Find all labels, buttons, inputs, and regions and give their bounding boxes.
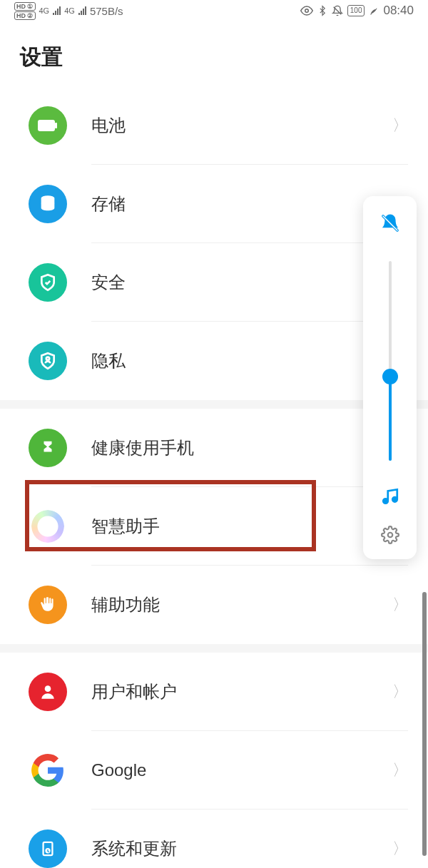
gear-icon	[381, 526, 399, 544]
item-label: 存储	[91, 193, 392, 215]
status-right: 100 08:40	[300, 4, 414, 18]
settings-item-google[interactable]: Google 〉	[0, 731, 428, 810]
notification-off-icon	[332, 5, 343, 16]
battery-indicator: 100	[347, 5, 365, 16]
item-label: 隐私	[91, 349, 392, 372]
bluetooth-icon	[317, 5, 327, 16]
volume-panel	[363, 196, 417, 559]
item-label: 健康使用手机	[91, 436, 392, 459]
clock-time: 08:40	[383, 4, 414, 18]
storage-icon	[29, 185, 67, 223]
volume-settings-button[interactable]	[377, 522, 403, 548]
chevron-right-icon: 〉	[392, 594, 408, 616]
svg-point-7	[383, 499, 388, 504]
volume-thumb[interactable]	[382, 369, 398, 384]
item-label: 智慧助手	[91, 515, 392, 538]
status-left: HD ① HD ② 4G 4G 575B/s	[14, 2, 123, 20]
leaf-icon	[369, 6, 379, 16]
user-icon	[29, 673, 67, 711]
system-update-icon	[29, 829, 67, 868]
network-label-1: 4G	[39, 6, 50, 15]
battery-icon	[29, 106, 67, 145]
assistant-icon	[29, 507, 67, 546]
svg-point-0	[305, 9, 309, 13]
svg-rect-1	[38, 120, 55, 131]
eye-icon	[300, 4, 313, 17]
music-note-icon	[381, 487, 399, 506]
item-label: 电池	[91, 114, 392, 137]
network-label-2: 4G	[64, 6, 75, 15]
chevron-right-icon: 〉	[392, 115, 408, 136]
volume-slider[interactable]	[389, 261, 392, 461]
hd-badge-2: HD ②	[14, 11, 36, 20]
chevron-right-icon: 〉	[392, 760, 408, 781]
music-button[interactable]	[377, 484, 403, 509]
item-label: 用户和帐户	[91, 680, 392, 703]
svg-point-5	[45, 685, 51, 692]
hand-icon	[29, 586, 67, 624]
hourglass-icon	[29, 429, 67, 467]
page-title: 设置	[0, 21, 428, 86]
item-label: 安全	[91, 271, 392, 294]
volume-fill	[389, 377, 392, 461]
settings-item-users[interactable]: 用户和帐户 〉	[0, 653, 428, 731]
bell-off-icon	[379, 213, 401, 234]
item-label: Google	[91, 760, 392, 780]
chevron-right-icon: 〉	[392, 838, 408, 859]
signal-icon-2	[78, 6, 86, 15]
item-label: 辅助功能	[91, 593, 392, 616]
security-icon	[29, 263, 67, 302]
status-bar: HD ① HD ② 4G 4G 575B/s 100 08:40	[0, 0, 428, 21]
chevron-right-icon: 〉	[392, 681, 408, 703]
settings-item-system[interactable]: 系统和更新 〉	[0, 810, 428, 868]
scrollbar-thumb[interactable]	[422, 592, 427, 856]
item-label: 系统和更新	[91, 837, 392, 860]
hd-badge-1: HD ①	[14, 2, 36, 11]
google-icon	[29, 751, 67, 790]
settings-item-battery[interactable]: 电池 〉	[0, 86, 428, 165]
svg-point-4	[46, 357, 49, 360]
svg-point-8	[392, 497, 397, 502]
privacy-icon	[29, 342, 67, 380]
svg-rect-2	[55, 123, 57, 128]
data-speed: 575B/s	[90, 5, 123, 17]
signal-icon	[53, 6, 61, 15]
svg-point-9	[387, 533, 392, 538]
mute-button[interactable]	[377, 210, 403, 236]
settings-item-accessibility[interactable]: 辅助功能 〉	[0, 566, 428, 644]
